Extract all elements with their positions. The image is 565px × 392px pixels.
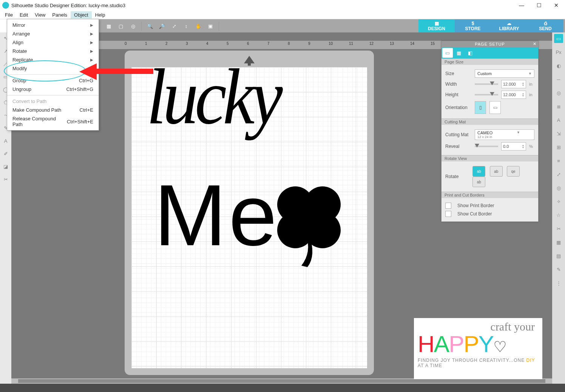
stipple-icon[interactable]: ⋮ <box>554 278 563 287</box>
tab-store[interactable]: $STORE <box>455 19 491 33</box>
note-tool-icon[interactable]: ✐ <box>2 149 10 158</box>
window-title: Silhouette Studio Designer Edition: luck… <box>11 3 125 8</box>
orientation-label: Orientation <box>445 105 472 110</box>
height-slider[interactable] <box>475 94 498 95</box>
fill-icon[interactable]: ◐ <box>554 61 563 70</box>
menu-help[interactable]: Help <box>92 11 109 18</box>
dd-make-compound[interactable]: Make Compound PathCtrl+E <box>7 106 99 114</box>
panel-close-icon[interactable]: ✕ <box>533 42 537 46</box>
dd-convert-path: Convert to Path <box>7 97 99 106</box>
dd-align[interactable]: Align▶ <box>7 38 99 47</box>
replicate-icon[interactable]: ⊞ <box>554 143 563 152</box>
zoom-in-icon[interactable]: 🔍 <box>145 22 154 31</box>
scrollbar-horizontal[interactable] <box>11 378 552 384</box>
rotate-90-button[interactable]: ab <box>490 166 503 177</box>
menu-panels[interactable]: Panels <box>49 11 71 18</box>
watermark-logo: craft your HAPPY♡ FINDING JOY THROUGH CR… <box>414 318 542 379</box>
tab-library[interactable]: ☁LIBRARY <box>491 19 527 33</box>
size-label: Size <box>445 71 472 76</box>
transform-icon[interactable]: ⇲ <box>554 129 563 138</box>
select-all-icon[interactable]: ▦ <box>104 22 113 31</box>
width-label: Width <box>445 81 472 87</box>
menu-edit[interactable]: Edit <box>16 11 31 18</box>
dd-arrange[interactable]: Arrange▶ <box>7 29 99 38</box>
app-logo <box>2 2 9 9</box>
design-text-lucky[interactable]: lucky <box>147 52 279 142</box>
page-setup-icon[interactable]: ▭ <box>554 34 563 43</box>
design-page[interactable]: lucky Me <box>131 67 367 368</box>
close-button[interactable]: ✕ <box>548 0 565 11</box>
title-bar: Silhouette Studio Designer Edition: luck… <box>0 0 565 11</box>
dd-rotate[interactable]: Rotate▶ <box>7 47 99 55</box>
menu-file[interactable]: File <box>2 11 16 18</box>
image-effects-icon[interactable]: ▨ <box>554 251 563 260</box>
menu-view[interactable]: View <box>31 11 49 18</box>
zoom-drag-icon[interactable]: ↕ <box>182 22 191 31</box>
text-style-icon[interactable]: A <box>554 115 563 125</box>
sec-borders: Print and Cut Borders <box>442 192 538 198</box>
page-setup-panel: PAGE SETUP ✕ ▭ ▦ ◧ Page Size Size Custom… <box>441 41 539 222</box>
layers-icon[interactable]: ≣ <box>554 102 563 111</box>
panel-tab-page[interactable]: ▭ <box>442 48 453 58</box>
dd-ungroup[interactable]: UngroupCtrl+Shift+G <box>7 85 99 94</box>
nesting-icon[interactable]: ▦ <box>554 238 563 247</box>
cut-border-checkbox[interactable] <box>445 211 451 217</box>
height-input[interactable]: 12.000▲▼ <box>501 91 526 99</box>
modify-icon[interactable]: ✧ <box>554 197 563 206</box>
cutting-mat: lucky Me <box>125 51 374 375</box>
reveal-input[interactable]: 0.0▲▼ <box>501 142 526 151</box>
orientation-landscape-button[interactable]: ▭ <box>489 101 501 114</box>
print-border-label: Show Print Border <box>457 203 494 208</box>
dd-release-compound[interactable]: Release Compound PathCtrl+Shift+E <box>7 114 99 129</box>
knife-tool-icon[interactable]: ✂ <box>2 175 10 183</box>
align-icon[interactable]: ≡ <box>554 156 563 165</box>
design-shamrock[interactable] <box>271 180 347 267</box>
orientation-portrait-button[interactable]: ▯ <box>475 101 486 114</box>
text-tool-icon[interactable]: A <box>2 137 10 145</box>
annotation-oval <box>4 60 86 81</box>
eraser-tool-icon[interactable]: ◪ <box>2 162 10 171</box>
maximize-button[interactable]: ☐ <box>530 0 548 11</box>
line-style-icon[interactable]: ─ <box>554 75 563 84</box>
status-bar <box>0 384 565 392</box>
sec-page-size: Page Size <box>442 58 538 65</box>
zoom-out-icon[interactable]: 🔎 <box>157 22 167 31</box>
scale-icon[interactable]: ⤢ <box>554 170 563 179</box>
rotate-0-button[interactable]: ab <box>472 166 485 177</box>
reveal-label: Reveal <box>445 144 472 149</box>
width-input[interactable]: 12.000▲▼ <box>501 80 526 88</box>
sec-cutting-mat: Cutting Mat <box>442 118 538 125</box>
dd-mirror[interactable]: Mirror▶ <box>7 21 99 29</box>
tab-design[interactable]: ▦DESIGN <box>418 19 455 33</box>
deselect-icon[interactable]: ▢ <box>116 22 125 31</box>
minimize-button[interactable]: — <box>513 0 530 11</box>
panel-tabs: ▭ ▦ ◧ <box>442 47 538 58</box>
sketch-icon[interactable]: ✎ <box>554 265 563 274</box>
mat-dropdown[interactable]: CAMEO 12 x 24 in ▼ <box>475 129 534 140</box>
rotate-270-button[interactable]: ab <box>472 177 485 187</box>
rotate-180-button[interactable]: qe <box>507 166 520 177</box>
offset-icon[interactable]: ◎ <box>554 183 563 192</box>
menu-object[interactable]: Object <box>71 11 92 18</box>
size-dropdown[interactable]: Custom▼ <box>475 69 534 78</box>
pan-icon[interactable]: ✋ <box>194 22 203 31</box>
panel-title: PAGE SETUP ✕ <box>442 41 538 47</box>
width-slider[interactable] <box>475 83 498 85</box>
print-border-checkbox[interactable] <box>445 203 451 209</box>
star-icon[interactable]: ☆ <box>554 211 563 220</box>
cut-border-label: Show Cut Border <box>457 211 492 217</box>
trace-icon[interactable]: ◎ <box>554 88 563 97</box>
panel-tab-grid[interactable]: ▦ <box>454 48 464 58</box>
tab-send[interactable]: ⎙SEND <box>527 19 563 33</box>
reveal-slider[interactable] <box>475 146 498 147</box>
mat-label: Cutting Mat <box>445 132 472 137</box>
knife-panel-icon[interactable]: ✂ <box>554 224 563 233</box>
design-text-me[interactable]: Me <box>154 165 279 265</box>
panel-tab-reg[interactable]: ◧ <box>465 48 475 58</box>
tool-icon[interactable]: ◎ <box>128 22 137 31</box>
rotate-label: Rotate <box>445 174 469 179</box>
zoom-selection-icon[interactable]: ⤢ <box>170 22 179 31</box>
pixscan-icon[interactable]: Px <box>554 48 563 57</box>
svg-point-4 <box>292 201 326 234</box>
fit-page-icon[interactable]: ▣ <box>206 22 215 31</box>
